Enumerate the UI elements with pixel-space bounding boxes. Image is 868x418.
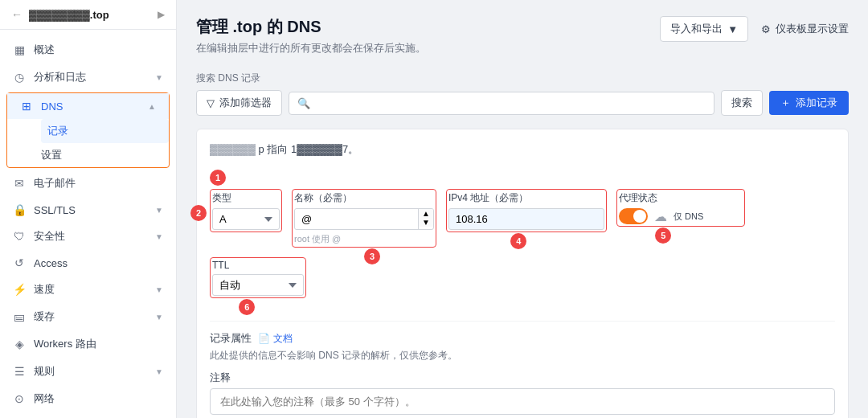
search-input[interactable] (310, 92, 706, 114)
sidebar-item-rules[interactable]: ☰ 规则 ▼ (0, 358, 176, 385)
chevron-down-icon: ▼ (155, 206, 163, 215)
sidebar-item-access[interactable]: ↺ Access (0, 250, 176, 276)
page-title-section: 管理 .top 的 DNS 在编辑抽层中进行的所有更改都会在保存后实施。 (196, 16, 426, 55)
sidebar-item-cache[interactable]: 🖴 缓存 ▼ (0, 303, 176, 330)
sidebar-item-label: 速度 (34, 282, 55, 297)
proxy-row: ☁ 仅 DNS (619, 208, 743, 224)
sidebar-item-email[interactable]: ✉ 电子邮件 (0, 170, 176, 197)
name-input[interactable] (295, 209, 418, 229)
proxy-field-group: 代理状态 ☁ 仅 DNS 5 (616, 189, 745, 227)
dns-settings-label: 设置 (41, 148, 62, 162)
main-content: 管理 .top 的 DNS 在编辑抽层中进行的所有更改都会在保存后实施。 导入和… (177, 0, 868, 418)
import-export-button[interactable]: 导入和导出 ▼ (660, 16, 748, 42)
name-label: 名称（必需） (294, 191, 434, 205)
domain-pointer-text: p 指向 1▓▓▓▓▓▓7。 (259, 143, 359, 155)
dns-records-label: 记录 (47, 124, 68, 138)
dropdown-icon: ▼ (727, 23, 738, 35)
record-attr-subtitle: 此处提供的信息不会影响 DNS 记录的解析，仅供您参考。 (210, 349, 835, 363)
add-record-button[interactable]: ＋ 添加记录 (769, 91, 849, 115)
chevron-down-icon: ▼ (155, 232, 163, 241)
sidebar-item-workers[interactable]: ◈ Workers 路由 (0, 330, 176, 358)
overview-icon: ▦ (13, 43, 26, 56)
workers-icon: ◈ (13, 338, 26, 350)
sidebar-header: ← ▓▓▓▓▓▓▓▓.top ▶ (0, 0, 176, 30)
sidebar-item-label: Access (34, 257, 68, 269)
sidebar-domain: ▓▓▓▓▓▓▓▓.top (29, 9, 151, 21)
type-field-group: 类型 A AAAA CNAME MX TXT (210, 189, 282, 232)
plus-icon: ＋ (780, 96, 791, 110)
ttl-field-group: TTL 自动 60 秒 2 分钟 5 分钟 6 (210, 257, 306, 298)
dns-icon: ⊞ (20, 100, 33, 113)
sidebar-item-label: 缓存 (34, 309, 55, 324)
ipv4-label: IPv4 地址（必需） (448, 191, 604, 205)
proxy-toggle[interactable] (619, 208, 648, 224)
page-subtitle: 在编辑抽层中进行的所有更改都会在保存后实施。 (196, 41, 426, 55)
name-field-group: 名称（必需） ▲ ▼ root 使用 @ 3 (292, 189, 436, 248)
search-label: 搜索 DNS 记录 (196, 72, 849, 85)
gear-icon: ⚙ (761, 23, 771, 35)
add-record-label: 添加记录 (796, 96, 837, 110)
badge-6: 6 (239, 299, 255, 315)
type-select[interactable]: A AAAA CNAME MX TXT (212, 208, 280, 230)
sidebar-item-network[interactable]: ⊙ 网络 (0, 385, 176, 412)
search-input-wrap: 🔍 (289, 92, 714, 115)
chevron-down-icon: ▼ (155, 313, 163, 322)
sidebar-item-label: 网络 (34, 391, 55, 406)
sidebar-item-dns-records[interactable]: 记录 (41, 119, 169, 143)
back-button[interactable]: ← (11, 8, 23, 21)
record-attr-header: 记录属性 📄 文档 (210, 331, 835, 346)
domain-pointer: ▓▓▓▓▓▓ p 指向 1▓▓▓▓▓▓7。 (210, 142, 835, 157)
sidebar-item-analytics[interactable]: ◷ 分析和日志 ▼ (0, 64, 176, 91)
proxy-label: 代理状态 (619, 191, 743, 205)
sidebar-item-ssl[interactable]: 🔒 SSL/TLS ▼ (0, 197, 176, 223)
note-input[interactable] (210, 388, 835, 415)
shield-icon: 🛡 (13, 230, 26, 243)
badge-2: 2 (190, 205, 207, 221)
page-header: 管理 .top 的 DNS 在编辑抽层中进行的所有更改都会在保存后实施。 导入和… (196, 16, 849, 55)
sidebar-item-label: Workers 路由 (34, 337, 96, 351)
settings-label: 仪表板显示设置 (776, 22, 849, 36)
sidebar-nav: ▦ 概述 ◷ 分析和日志 ▼ ⊞ DNS ▲ 记录 设置 (0, 30, 176, 418)
badge-5: 5 (655, 227, 671, 244)
doc-link[interactable]: 📄 文档 (258, 332, 293, 346)
sidebar-item-dns[interactable]: ⊞ DNS ▲ (7, 93, 169, 119)
sidebar-item-dns-settings[interactable]: 设置 (41, 143, 169, 167)
cloud-icon: ☁ (654, 209, 667, 224)
speed-icon: ⚡ (13, 283, 26, 296)
badge-4: 4 (510, 233, 526, 249)
name-up-button[interactable]: ▲ (419, 209, 433, 218)
sidebar-item-security[interactable]: 🛡 安全性 ▼ (0, 223, 176, 250)
chevron-down-icon: ▼ (155, 73, 163, 82)
sidebar-item-label: 安全性 (34, 229, 65, 244)
network-icon: ⊙ (13, 392, 26, 405)
sidebar-item-overview[interactable]: ▦ 概述 (0, 36, 176, 64)
sidebar-item-label: SSL/TLS (34, 204, 76, 216)
sidebar-item-label: 分析和日志 (34, 70, 86, 84)
sidebar-item-traffic[interactable]: ⇄ 流量 ▼ (0, 412, 176, 418)
dns-section: ⊞ DNS ▲ 记录 设置 (6, 92, 170, 168)
chevron-down-icon: ▼ (155, 285, 163, 294)
search-icon: 🔍 (297, 97, 310, 109)
badge-3: 3 (364, 248, 380, 264)
import-export-label: 导入和导出 (670, 22, 723, 36)
name-down-button[interactable]: ▼ (419, 218, 433, 227)
dashboard-settings-button[interactable]: ⚙ 仪表板显示设置 (761, 22, 849, 36)
toggle-switch[interactable] (619, 208, 648, 224)
search-button-label: 搜索 (731, 96, 752, 109)
sidebar-item-speed[interactable]: ⚡ 速度 ▼ (0, 276, 176, 303)
type-label: 类型 (212, 191, 280, 205)
search-row: ▽ 添加筛选器 🔍 搜索 ＋ 添加记录 (196, 90, 849, 116)
page-title: 管理 .top 的 DNS (196, 16, 426, 38)
add-filter-button[interactable]: ▽ 添加筛选器 (196, 90, 282, 116)
page-actions: 导入和导出 ▼ ⚙ 仪表板显示设置 (660, 16, 849, 42)
ttl-select[interactable]: 自动 60 秒 2 分钟 5 分钟 (212, 274, 304, 296)
ipv4-input[interactable] (448, 208, 604, 230)
email-icon: ✉ (13, 177, 26, 190)
badge-1: 1 (210, 170, 226, 186)
doc-label: 文档 (273, 332, 293, 346)
doc-icon: 📄 (258, 333, 270, 344)
ttl-label: TTL (212, 260, 304, 271)
form-row: 2 类型 A AAAA CNAME MX TXT 名称（必需） ▲ (210, 189, 835, 298)
dns-submenu: 记录 设置 (7, 119, 169, 167)
search-button[interactable]: 搜索 (721, 90, 763, 116)
